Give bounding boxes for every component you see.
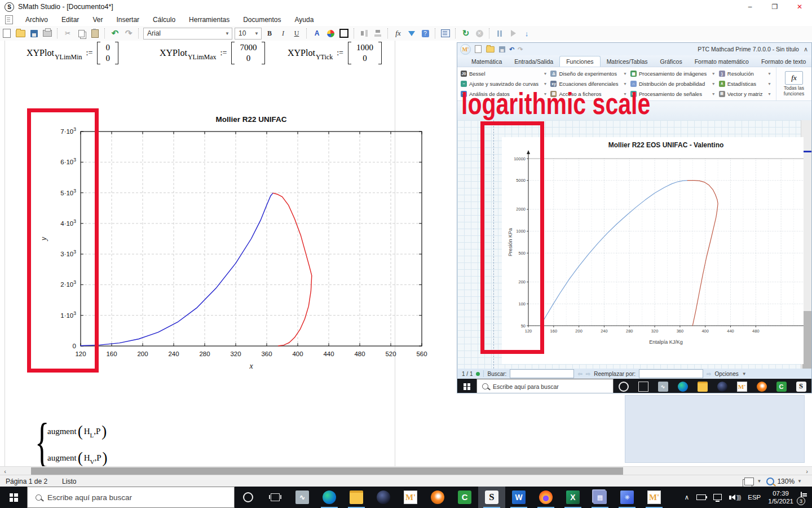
tab-formato-de-texto[interactable]: Formato de texto (755, 56, 811, 67)
blender-taskbar-button[interactable] (752, 379, 771, 393)
bold-button[interactable]: B (263, 27, 276, 40)
save-icon[interactable] (499, 46, 505, 52)
ribbon-bessel[interactable]: J0Bessel▼ (461, 69, 548, 79)
tab-matrices-tablas[interactable]: Matrices/Tablas (601, 56, 654, 67)
scrollbar-thumb[interactable] (31, 467, 623, 475)
ribbon-matrix[interactable]: ⊞Vector y matriz▼ (719, 89, 773, 99)
menu-insertar[interactable]: Insertar (109, 14, 146, 25)
undo-icon[interactable]: ↶ (509, 46, 514, 53)
mathcad-taskbar-button[interactable]: M' (732, 379, 752, 393)
help-button[interactable]: ? (419, 27, 431, 40)
start-button[interactable] (457, 379, 476, 393)
definition-ytick[interactable]: XYPlotYTick:=10000 (288, 42, 382, 64)
tab-entrada-salida[interactable]: Entrada/Salida (508, 56, 559, 67)
stop-button[interactable]: ✕ (473, 27, 486, 40)
function-button[interactable]: fx (392, 27, 404, 40)
font-size-select[interactable]: 10▼ (235, 28, 262, 40)
find-prev-icon[interactable]: ⇦ (577, 371, 582, 377)
edge-taskbar-button[interactable] (673, 379, 692, 393)
sphere-taskbar-button[interactable] (712, 379, 732, 393)
tab-gr-ficos[interactable]: Gráficos (654, 56, 689, 67)
all-functions-button[interactable]: fx Todas las funciones (776, 67, 811, 100)
minimize-button[interactable]: – (738, 1, 762, 13)
volume-icon[interactable]: ))) (729, 494, 740, 501)
underline-button[interactable]: U (290, 27, 303, 40)
battery-icon[interactable] (696, 494, 706, 500)
blender-taskbar-button[interactable] (424, 487, 451, 508)
excel-taskbar-button[interactable]: X (559, 487, 586, 508)
print-button[interactable] (41, 27, 54, 40)
task-view-button[interactable] (262, 487, 289, 508)
replace-input[interactable] (639, 369, 703, 378)
notification-button[interactable]: 3 (801, 492, 802, 502)
collapse-ribbon-icon[interactable]: ∧ (804, 46, 811, 53)
play-button[interactable] (507, 27, 519, 40)
clock[interactable]: 07:39 1/5/2021 (768, 489, 793, 506)
recalculate-button[interactable]: ↻ (460, 27, 472, 40)
paste-button[interactable] (89, 27, 101, 40)
sphere-taskbar-button[interactable] (370, 487, 397, 508)
border-button[interactable] (338, 27, 350, 40)
page-layout-icon[interactable] (744, 478, 754, 485)
maximize-button[interactable]: ❐ (762, 1, 787, 13)
mathcad-taskbar-button[interactable]: M' (397, 487, 424, 508)
menu-cálculo[interactable]: Cálculo (146, 14, 182, 25)
cortana-taskbar-button[interactable] (614, 379, 633, 393)
tab-matem-tica[interactable]: Matemática (465, 56, 508, 67)
new-page-icon[interactable] (475, 45, 482, 53)
zoom-level[interactable]: 130% (777, 478, 795, 485)
options-button[interactable] (439, 27, 452, 40)
mathcad2-taskbar-button[interactable]: M' (641, 487, 668, 508)
perf-taskbar-button[interactable]: ∿ (653, 379, 673, 393)
notes-taskbar-button[interactable]: ▤ (586, 487, 614, 508)
pause-button[interactable] (493, 27, 506, 40)
camtasia-taskbar-button[interactable]: C (451, 487, 478, 508)
redo-button[interactable]: ↷ (122, 27, 135, 40)
new-button[interactable] (1, 27, 13, 40)
ribbon-stats[interactable]: ∧Estadísticas▼ (719, 79, 773, 89)
tab-funciones[interactable]: Funciones (559, 56, 600, 67)
font-color-button[interactable]: A (311, 27, 323, 40)
ribbon-image[interactable]: ▦Procesamiento de imágenes▼ (630, 69, 717, 79)
smath-taskbar-button[interactable]: S (791, 379, 811, 393)
scrollbar-thumb[interactable] (802, 311, 812, 370)
font-family-select[interactable]: Arial▼ (143, 28, 232, 40)
word-taskbar-button[interactable]: W (505, 487, 532, 508)
align-horizontal-button[interactable] (358, 27, 370, 40)
open-button[interactable] (14, 27, 27, 40)
menu-ver[interactable]: Ver (86, 14, 109, 25)
embedded-search-box[interactable]: Escribe aquí para buscar (476, 379, 614, 393)
scroll-left-arrow[interactable]: ‹ (0, 467, 10, 475)
smath-taskbar-button[interactable]: S (478, 487, 505, 508)
horizontal-scrollbar[interactable]: ‹ › (0, 466, 812, 475)
replace-icon[interactable]: ⇨ (707, 371, 711, 377)
perf-taskbar-button[interactable]: ∿ (289, 487, 316, 508)
filter-button[interactable] (405, 27, 418, 40)
task-view-taskbar-button[interactable] (633, 379, 653, 393)
ribbon-doe[interactable]: ΔDiseño de experimentos▼ (550, 69, 628, 79)
redo-icon[interactable]: ↷ (518, 46, 523, 53)
italic-button[interactable]: I (277, 27, 289, 40)
menu-ayuda[interactable]: Ayuda (288, 14, 321, 25)
explorer-taskbar-button[interactable] (692, 379, 712, 393)
definition-ylimmax[interactable]: XYPlotYLimMax:=70000 (160, 42, 265, 64)
menu-archivo[interactable]: Archivo (19, 14, 55, 25)
undo-button[interactable]: ↶ (109, 27, 121, 40)
menu-documentos[interactable]: Documentos (236, 14, 288, 25)
close-button[interactable]: ✕ (787, 1, 812, 13)
ribbon-solve[interactable]: }Resolución▼ (719, 69, 773, 79)
firefox-taskbar-button[interactable] (532, 487, 559, 508)
find-input[interactable] (510, 369, 574, 378)
zoom-icon[interactable] (766, 478, 774, 485)
start-button[interactable] (0, 487, 27, 508)
explorer-taskbar-button[interactable] (343, 487, 370, 508)
language-indicator[interactable]: ESP (748, 494, 761, 501)
background-color-button[interactable] (324, 27, 337, 40)
align-vertical-button[interactable] (372, 27, 384, 40)
camtasia-taskbar-button[interactable]: C (771, 379, 791, 393)
menu-herramientas[interactable]: Herramientas (182, 14, 236, 25)
menu-editar[interactable]: Editar (55, 14, 86, 25)
taskbar-search-box[interactable]: Escribe aquí para buscar (27, 487, 235, 508)
scroll-right-arrow[interactable]: › (802, 467, 812, 475)
step-button[interactable]: ↓ (520, 27, 533, 40)
